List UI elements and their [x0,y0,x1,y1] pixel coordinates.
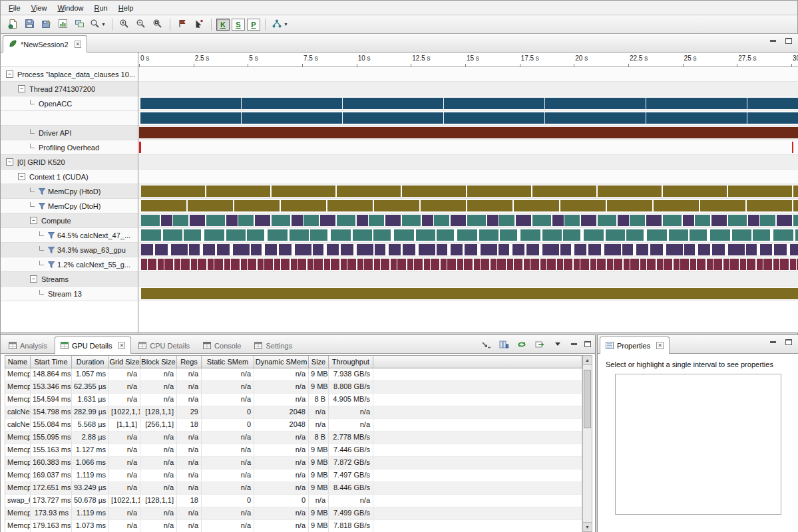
column-header-static-smem[interactable]: Static SMem [202,356,254,368]
collapse-toggle-icon[interactable]: − [6,158,13,166]
menu-file[interactable]: File [3,2,26,14]
table-row[interactable]: Memcpy160.383 ms1.066 msn/an/an/an/an/a9… [5,457,582,469]
timeline-bar-kernel-maroon[interactable] [141,259,798,270]
scroll-down-icon[interactable]: ▼ [583,522,592,531]
tab-properties[interactable]: Properties ✕ [600,336,670,354]
timeline-bar-overhead[interactable] [139,142,798,153]
timeline-bar-kernel-purple[interactable] [141,244,798,255]
table-row[interactable]: Memcpy169.037 ms1.119 msn/an/an/an/an/a9… [5,469,582,482]
columns-button[interactable] [497,338,510,350]
timeline-tree-row[interactable]: −[0] GRID K520 [1,155,138,170]
detach-view-button[interactable] [479,338,493,350]
column-header-block-size[interactable]: Block Size [140,356,177,368]
column-header-throughput[interactable]: Throughput [329,356,373,368]
table-row[interactable]: Memcpy155.095 ms2.88 µsn/an/an/an/an/a8 … [5,432,582,444]
tab-console[interactable]: Console [197,336,247,354]
timeline-bar-stream[interactable] [141,288,798,299]
timeline-tree-row[interactable]: OpenACC [1,96,138,111]
timeline-tree-row[interactable]: Driver API [1,126,138,140]
table-row[interactable]: Memcpy179.163 ms1.073 msn/an/an/an/an/a9… [5,520,582,532]
column-header-regs[interactable]: Regs [177,356,202,368]
scroll-thumb[interactable] [584,370,591,428]
timeline-tree-row[interactable]: Profiling Overhead [1,140,138,155]
scroll-up-icon[interactable]: ▲ [583,356,592,365]
collapse-toggle-icon[interactable]: − [6,70,13,78]
timeline-row-track[interactable] [139,140,798,155]
scroll-track[interactable] [583,365,592,522]
zoom-in-button[interactable] [116,17,132,32]
timeline-row-track[interactable] [139,170,798,184]
save-all-button[interactable] [38,17,54,32]
timeline-row-track[interactable] [139,155,798,170]
timeline-tree-row[interactable]: 34.3% swap_63_gpu [1,243,138,257]
timeline-bar-openacc[interactable] [140,98,798,109]
timeline-bar-driver[interactable] [139,127,798,138]
timeline-row-track[interactable] [139,199,798,213]
timeline-row-track[interactable] [139,184,798,199]
minimize-button[interactable] [768,338,777,346]
stream-toggle-button[interactable]: S [232,19,245,31]
timeline-bar-memcpy-dtoh[interactable] [141,200,798,211]
timeline-bar-compute[interactable] [141,215,798,226]
export-table-button[interactable] [533,338,546,350]
collapse-toggle-icon[interactable]: − [30,275,37,283]
menu-run[interactable]: Run [89,2,113,14]
timeline-row-track[interactable] [139,213,798,228]
process-toggle-button[interactable]: P [247,19,260,31]
tab-session[interactable]: *NewSession2 ✕ [3,35,87,53]
tab-gpu-details[interactable]: GPU Details✕ [55,336,131,354]
table-row[interactable]: swap_6173.727 ms50.678 µs[1022,1,1][128,… [5,495,582,507]
timeline-bar-kernel-teal[interactable] [141,229,798,241]
timeline-tree-row[interactable]: −Context 1 (CUDA) [1,170,138,184]
timeline-tree-row[interactable]: Stream 13 [1,287,138,301]
sync-button[interactable] [515,338,528,350]
timeline-row-track[interactable] [139,243,798,257]
select-mode-button[interactable] [191,17,207,32]
zoom-out-button[interactable] [133,17,149,32]
table-row[interactable]: calcNext155.084 ms5.568 µs[1,1,1][256,1,… [5,419,582,432]
run-analysis-button[interactable]: ▼ [270,17,290,32]
menu-help[interactable]: Help [113,2,139,14]
close-icon[interactable]: ✕ [656,342,664,349]
table-row[interactable]: Memcpy155.163 ms1.127 msn/an/an/an/an/a9… [5,444,582,457]
timeline-row-track[interactable] [139,82,798,96]
timeline-tree-row[interactable]: −Process "laplace_data_clauses 10... [1,67,138,82]
tab-settings[interactable]: Settings [248,336,298,354]
table-row[interactable]: Memcpy173.93 ms1.119 msn/an/an/an/an/a9 … [5,507,582,520]
close-icon[interactable]: ✕ [118,342,126,349]
kernel-toggle-button[interactable]: K [216,19,230,31]
timeline-tree-row[interactable]: −Streams [1,272,138,287]
collapse-toggle-icon[interactable]: − [30,217,37,224]
column-header-dynamic-smem[interactable]: Dynamic SMem [254,356,309,368]
report-button[interactable] [55,17,71,32]
column-header-size[interactable]: Size [309,356,329,368]
tab-cpu-details[interactable]: CPU Details [132,336,196,354]
search-button[interactable]: ▼ [88,17,108,32]
view-menu-button[interactable] [551,338,564,350]
table-row[interactable]: Memcpy154.594 ms1.631 µsn/an/an/an/an/a8… [5,394,582,406]
timeline-tree-row[interactable]: MemCpy (DtoH) [1,199,138,213]
timeline-row-track[interactable] [139,287,798,301]
column-header-grid-size[interactable]: Grid Size [109,356,140,368]
column-header-start-time[interactable]: Start Time [31,356,72,368]
zoom-fit-button[interactable] [150,17,166,32]
minimize-button[interactable] [569,340,578,348]
column-header-duration[interactable]: Duration [72,356,109,368]
table-row[interactable]: Memcpy172.651 ms93.249 µsn/an/an/an/an/a… [5,482,582,495]
export-button[interactable] [71,17,87,32]
table-row[interactable]: calcNext154.798 ms282.99 µs[1022,1,1][12… [5,406,582,419]
maximize-button[interactable] [583,340,592,348]
column-header-name[interactable]: Name [5,356,31,368]
new-session-button[interactable] [5,17,21,32]
minimize-button[interactable] [768,37,777,45]
timeline-tree-row[interactable]: MemCpy (HtoD) [1,184,138,199]
table-row[interactable]: Memcpy148.864 ms1.057 msn/an/an/an/an/a9… [5,368,582,381]
tab-analysis[interactable]: Analysis [3,336,53,354]
timeline-row-track[interactable] [139,126,798,140]
save-button[interactable] [21,17,37,32]
timeline-row-track[interactable] [139,228,798,243]
timeline-ruler[interactable]: 0 s2.5 s5 s7.5 s10 s12.5 s15 s17.5 s20 s… [139,53,798,67]
timeline-row-track[interactable] [139,272,798,287]
timeline-tree-row[interactable]: −Thread 2741307200 [1,82,138,96]
timeline-bar-memcpy-htod[interactable] [141,186,798,197]
